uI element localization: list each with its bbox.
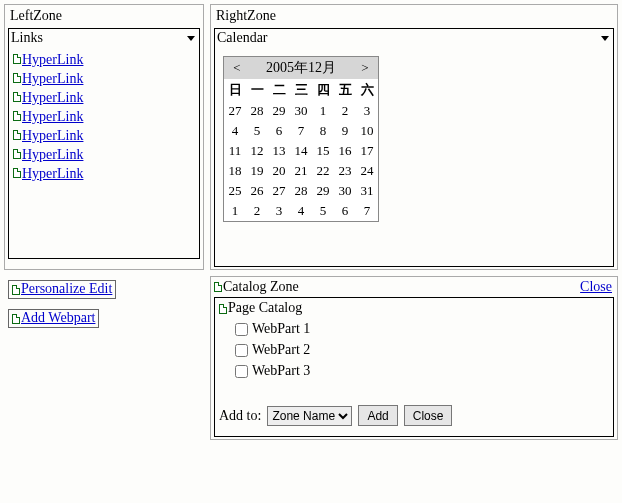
link-row: HyperLink [13, 128, 195, 144]
calendar-day[interactable]: 4 [290, 201, 312, 221]
page-icon [13, 54, 21, 64]
links-webpart-header[interactable]: Links [9, 29, 199, 48]
calendar-weekday: 日 [224, 79, 246, 101]
calendar-day[interactable]: 5 [246, 121, 268, 141]
calendar-day[interactable]: 24 [356, 161, 378, 181]
calendar-week: 18192021222324 [224, 161, 378, 181]
catalog-subtitle: Page Catalog [228, 300, 302, 315]
calendar-day[interactable]: 3 [268, 201, 290, 221]
hyperlink[interactable]: HyperLink [22, 128, 83, 144]
calendar-day[interactable]: 5 [312, 201, 334, 221]
calendar-day[interactable]: 1 [224, 201, 246, 221]
page-icon [13, 149, 21, 159]
catalog-item-label: WebPart 2 [252, 342, 310, 357]
calendar-day[interactable]: 19 [246, 161, 268, 181]
calendar-table: 日一二三四五六 27282930123456789101112131415161… [224, 79, 378, 221]
catalog-close-link[interactable]: Close [580, 279, 612, 295]
calendar-day[interactable]: 29 [268, 101, 290, 121]
calendar-webpart: Calendar < 2005年12月 > 日一二三四五六 2728293012… [214, 28, 614, 267]
add-webpart-link[interactable]: Add Webpart [21, 310, 95, 325]
calendar-day[interactable]: 14 [290, 141, 312, 161]
calendar-day[interactable]: 25 [224, 181, 246, 201]
catalog-item[interactable]: WebPart 3 [231, 362, 607, 381]
link-row: HyperLink [13, 90, 195, 106]
calendar-day[interactable]: 16 [334, 141, 356, 161]
link-row: HyperLink [13, 71, 195, 87]
calendar-header: < 2005年12月 > [224, 57, 378, 79]
catalog-item-label: WebPart 1 [252, 321, 310, 336]
calendar-day[interactable]: 20 [268, 161, 290, 181]
hyperlink[interactable]: HyperLink [22, 90, 83, 106]
calendar-day[interactable]: 18 [224, 161, 246, 181]
calendar-week: 27282930123 [224, 101, 378, 121]
calendar-week: 11121314151617 [224, 141, 378, 161]
calendar-day[interactable]: 26 [246, 181, 268, 201]
left-zone: LeftZone Links HyperLinkHyperLinkHyperLi… [4, 4, 204, 270]
calendar-weekday: 四 [312, 79, 334, 101]
hyperlink[interactable]: HyperLink [22, 71, 83, 87]
calendar-day[interactable]: 12 [246, 141, 268, 161]
calendar-day[interactable]: 7 [290, 121, 312, 141]
hyperlink[interactable]: HyperLink [22, 166, 83, 182]
personalize-edit-link[interactable]: Personalize Edit [21, 281, 112, 296]
calendar-prev-button[interactable]: < [228, 60, 246, 76]
calendar-day[interactable]: 27 [224, 101, 246, 121]
calendar-day[interactable]: 10 [356, 121, 378, 141]
calendar-next-button[interactable]: > [356, 60, 374, 76]
calendar-day[interactable]: 17 [356, 141, 378, 161]
links-webpart-title: Links [11, 30, 43, 46]
catalog-zone-title: Catalog Zone [223, 279, 299, 295]
calendar-day[interactable]: 21 [290, 161, 312, 181]
calendar-day[interactable]: 1 [312, 101, 334, 121]
calendar-day[interactable]: 15 [312, 141, 334, 161]
catalog-item-checkbox[interactable] [235, 323, 248, 336]
calendar-day[interactable]: 6 [334, 201, 356, 221]
calendar-day[interactable]: 29 [312, 181, 334, 201]
calendar-day[interactable]: 9 [334, 121, 356, 141]
close-button[interactable]: Close [404, 405, 453, 426]
calendar-day[interactable]: 28 [290, 181, 312, 201]
calendar-month-label: 2005年12月 [246, 59, 356, 77]
page-layout: LeftZone Links HyperLinkHyperLinkHyperLi… [4, 4, 618, 440]
calendar-day[interactable]: 11 [224, 141, 246, 161]
calendar-day[interactable]: 2 [246, 201, 268, 221]
calendar-day[interactable]: 23 [334, 161, 356, 181]
calendar-day[interactable]: 3 [356, 101, 378, 121]
calendar-day[interactable]: 7 [356, 201, 378, 221]
calendar-day[interactable]: 31 [356, 181, 378, 201]
add-webpart-box[interactable]: Add Webpart [8, 309, 99, 328]
personalize-edit-box[interactable]: Personalize Edit [8, 280, 116, 299]
calendar-webpart-body: < 2005年12月 > 日一二三四五六 2728293012345678910… [215, 48, 613, 266]
chevron-down-icon[interactable] [187, 36, 195, 41]
link-row: HyperLink [13, 166, 195, 182]
page-icon [13, 168, 21, 178]
calendar-webpart-header[interactable]: Calendar [215, 29, 613, 48]
hyperlink[interactable]: HyperLink [22, 109, 83, 125]
catalog-body: Page Catalog WebPart 1WebPart 2WebPart 3… [214, 297, 614, 437]
calendar-day[interactable]: 4 [224, 121, 246, 141]
calendar-day[interactable]: 13 [268, 141, 290, 161]
catalog-item-checkbox[interactable] [235, 344, 248, 357]
catalog-item[interactable]: WebPart 2 [231, 341, 607, 360]
page-icon [214, 282, 222, 292]
calendar-day[interactable]: 28 [246, 101, 268, 121]
calendar-weekday: 六 [356, 79, 378, 101]
catalog-item-checkbox[interactable] [235, 365, 248, 378]
calendar-day[interactable]: 2 [334, 101, 356, 121]
calendar-day[interactable]: 8 [312, 121, 334, 141]
catalog-item-label: WebPart 3 [252, 363, 310, 378]
calendar-day[interactable]: 27 [268, 181, 290, 201]
calendar-day[interactable]: 6 [268, 121, 290, 141]
page-icon [13, 92, 21, 102]
chevron-down-icon[interactable] [601, 36, 609, 41]
calendar-day[interactable]: 30 [290, 101, 312, 121]
calendar-webpart-title: Calendar [217, 30, 268, 46]
hyperlink[interactable]: HyperLink [22, 147, 83, 163]
catalog-item[interactable]: WebPart 1 [231, 320, 607, 339]
add-button[interactable]: Add [358, 405, 397, 426]
calendar-day[interactable]: 22 [312, 161, 334, 181]
calendar-day[interactable]: 30 [334, 181, 356, 201]
hyperlink[interactable]: HyperLink [22, 52, 83, 68]
zone-select[interactable]: Zone Name [267, 406, 352, 426]
link-row: HyperLink [13, 52, 195, 68]
